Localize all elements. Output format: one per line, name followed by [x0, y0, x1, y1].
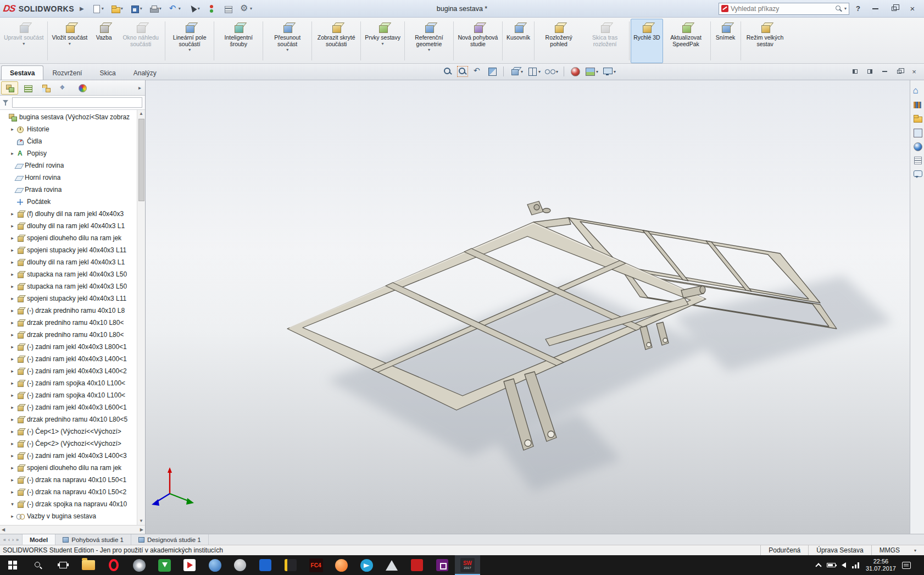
- tree-item[interactable]: (-) drzak spojka na napravu 40x10: [0, 498, 137, 510]
- dock-right-button[interactable]: [863, 66, 876, 77]
- tree-item[interactable]: Popisy: [0, 147, 137, 159]
- help-button[interactable]: ?: [851, 4, 865, 13]
- tree-item[interactable]: spojeni dlouheho dilu na ram jek: [0, 232, 137, 244]
- command-search[interactable]: ▾: [719, 3, 849, 15]
- expand-arrow-icon[interactable]: [9, 151, 15, 156]
- tree-item[interactable]: drzak predniho ramu 40x10 L80<: [0, 317, 137, 329]
- taskbar-telegram[interactable]: [354, 555, 379, 575]
- apply-scene-button[interactable]: ▾: [585, 66, 598, 77]
- ribbon-explode-sketch-button[interactable]: Skica tras rozložení: [582, 19, 628, 63]
- tree-item[interactable]: (-) zadni ram spojka 40x10 L100<: [0, 377, 137, 389]
- open-button[interactable]: ▾: [109, 3, 125, 15]
- panel-horizontal-scrollbar[interactable]: ◀ ▶: [0, 525, 145, 534]
- section-view-icon[interactable]: [487, 66, 498, 77]
- expand-arrow-icon[interactable]: [9, 417, 15, 422]
- expand-arrow-icon[interactable]: [9, 235, 15, 241]
- tree-item[interactable]: Přední rovina: [0, 159, 137, 172]
- tree-item[interactable]: drzak predniho ramu 40x10 L80<: [0, 329, 137, 341]
- undo-button[interactable]: ▾: [166, 3, 182, 15]
- solidworks-forum-icon[interactable]: [912, 169, 922, 179]
- ribbon-smart-fasteners-button[interactable]: Inteligentní šrouby: [215, 19, 261, 63]
- view-palette-icon[interactable]: [912, 128, 922, 137]
- tree-item[interactable]: spojeni stupacky jekl 40x40x3 L11: [0, 292, 137, 305]
- scroll-up-icon[interactable]: ▲: [139, 110, 143, 118]
- task-view-button[interactable]: [51, 555, 76, 575]
- restore-button[interactable]: [886, 2, 902, 15]
- tab-propertymanager[interactable]: [19, 81, 36, 95]
- tree-item[interactable]: dlouhy dil na ram jekl 40x40x3 L1: [0, 220, 137, 232]
- expand-arrow-icon[interactable]: [9, 247, 15, 253]
- tree-item[interactable]: (-) drzak na napravu 40x10 L50<2: [0, 486, 137, 498]
- taskbar-origin[interactable]: [329, 555, 354, 575]
- tree-item[interactable]: spojeni stupacky jekl 40x40x3 L11: [0, 244, 137, 256]
- expand-arrow-icon[interactable]: [9, 405, 15, 410]
- expand-arrow-icon[interactable]: [9, 513, 15, 519]
- expand-arrow-icon[interactable]: [9, 392, 15, 398]
- expand-arrow-icon[interactable]: [9, 380, 15, 386]
- action-center-icon[interactable]: [902, 562, 911, 569]
- tab-motion-study[interactable]: Pohybová studie 1: [55, 534, 131, 545]
- solidworks-resources-icon[interactable]: [912, 86, 922, 96]
- tree-item[interactable]: Čidla: [0, 135, 137, 147]
- appearances-scenes-icon[interactable]: [912, 141, 922, 151]
- next-tab-icon[interactable]: ›: [12, 537, 14, 543]
- ribbon-reference-geometry-button[interactable]: Referenční geometrie▾: [406, 19, 452, 63]
- options-button[interactable]: ▾: [238, 3, 254, 15]
- tab-scroll-buttons[interactable]: « ‹ › »: [0, 534, 23, 545]
- tree-filter-input[interactable]: [12, 97, 142, 108]
- file-explorer-icon[interactable]: [912, 114, 922, 124]
- edit-appearance-icon[interactable]: [570, 66, 581, 77]
- tree-item[interactable]: Pravá rovina: [0, 184, 137, 196]
- unit-system-selector[interactable]: MMGS▾: [871, 545, 924, 555]
- dock-left-button[interactable]: [848, 66, 861, 77]
- rebuild-button[interactable]: [205, 3, 218, 15]
- taskbar-game-launcher[interactable]: [278, 555, 303, 575]
- taskbar-media-player[interactable]: [177, 555, 202, 575]
- scroll-right-icon[interactable]: ▶: [140, 527, 143, 532]
- expand-arrow-icon[interactable]: [9, 356, 15, 362]
- tree-item[interactable]: stupacka na ram jekl 40x40x3 L50: [0, 268, 137, 280]
- tree-item[interactable]: (f) dlouhy dil na ram jekl 40x40x3: [0, 208, 137, 220]
- ribbon-large-assembly-mode-button[interactable]: Režim velkých sestav: [742, 19, 788, 63]
- design-library-icon[interactable]: [912, 100, 922, 110]
- expand-arrow-icon[interactable]: [9, 284, 15, 289]
- taskbar-alienware[interactable]: [379, 555, 404, 575]
- taskbar-gog[interactable]: [430, 555, 455, 575]
- zoom-to-fit-icon[interactable]: [442, 66, 453, 77]
- expand-arrow-icon[interactable]: [9, 272, 15, 277]
- last-tab-icon[interactable]: »: [16, 537, 19, 543]
- tab-sestava[interactable]: Sestava: [1, 65, 43, 80]
- ribbon-component-preview-button[interactable]: Okno náhledu součásti: [118, 19, 164, 63]
- file-properties-button[interactable]: [221, 3, 235, 15]
- display-style-button[interactable]: ▾: [527, 66, 541, 77]
- view-settings-button[interactable]: ▾: [602, 66, 616, 77]
- ribbon-show-hidden-button[interactable]: Zobrazit skryté součásti: [313, 19, 359, 63]
- tray-expand-chevron-icon[interactable]: [815, 563, 821, 569]
- tab-analyzy[interactable]: Analýzy: [125, 65, 165, 80]
- hide-show-items-button[interactable]: ▾: [544, 66, 558, 77]
- ribbon-exploded-view-button[interactable]: Rozložený pohled: [536, 19, 582, 63]
- first-tab-icon[interactable]: «: [3, 537, 6, 543]
- tree-item[interactable]: (-) zadni ram jekl 40x40x3 L600<1: [0, 401, 137, 413]
- expand-arrow-icon[interactable]: [9, 441, 15, 446]
- tab-dimxpertmanager[interactable]: [55, 81, 73, 95]
- save-button[interactable]: ▾: [128, 3, 144, 15]
- taskbar-search-button[interactable]: [25, 555, 51, 575]
- tree-item[interactable]: (-) zadni ram spojka 40x10 L100<: [0, 389, 137, 401]
- taskbar-browser[interactable]: [202, 555, 227, 575]
- tree-item[interactable]: stupacka na ram jekl 40x40x3 L50: [0, 280, 137, 292]
- scrollbar-thumb[interactable]: [138, 119, 144, 201]
- expand-arrow-icon[interactable]: [9, 489, 15, 495]
- tab-model[interactable]: Model: [23, 534, 55, 545]
- close-document-button[interactable]: ×: [908, 66, 921, 77]
- tree-item[interactable]: spojeni dlouheho dilu na ram jek: [0, 462, 137, 474]
- taskbar-raptr[interactable]: [404, 555, 430, 575]
- ribbon-move-component-button[interactable]: Přesunout součást▾: [264, 19, 310, 63]
- ribbon-bom-button[interactable]: Kusovník: [504, 19, 533, 63]
- ribbon-new-motion-study-button[interactable]: Nová pohybová studie: [455, 19, 501, 63]
- taskbar-clock[interactable]: 22:56 31.07.2017: [866, 558, 896, 572]
- model-canvas[interactable]: [146, 80, 910, 534]
- select-tool-button[interactable]: ▾: [186, 3, 202, 15]
- expand-arrow-icon[interactable]: [9, 344, 15, 350]
- graphics-viewport[interactable]: [146, 80, 910, 534]
